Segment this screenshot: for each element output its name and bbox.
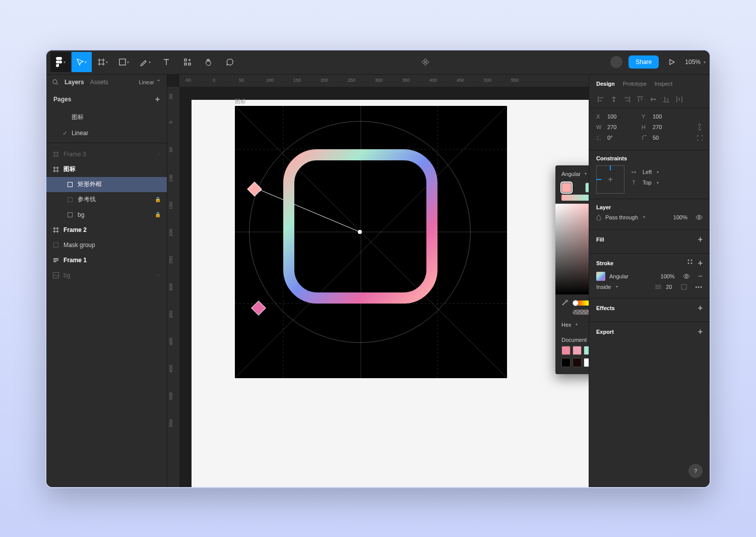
stroke-styles-icon[interactable] xyxy=(687,259,693,268)
canvas[interactable]: -50 0 50 100 150 200 250 300 350 400 450… xyxy=(167,75,589,487)
page-item[interactable]: 图标 xyxy=(46,109,167,126)
svg-rect-1 xyxy=(119,59,125,65)
w-input[interactable]: 270 xyxy=(607,124,638,130)
add-effect-button[interactable]: + xyxy=(698,304,703,313)
add-export-button[interactable]: + xyxy=(698,327,703,336)
align-top-icon[interactable] xyxy=(635,94,646,105)
stroke-width-input[interactable]: 20 xyxy=(666,284,672,290)
layer-item[interactable]: bg 🔒 xyxy=(46,207,167,222)
add-stroke-button[interactable]: + xyxy=(698,259,703,268)
x-input[interactable]: 100 xyxy=(607,113,638,120)
blend-mode-select[interactable]: Pass through xyxy=(605,214,638,220)
frame-tool-button[interactable]: ▾ xyxy=(93,52,113,72)
svg-rect-22 xyxy=(289,155,432,298)
layer-item[interactable]: Frame 1 xyxy=(46,253,167,268)
color-swatch[interactable] xyxy=(584,346,589,355)
svg-rect-4 xyxy=(188,63,191,65)
independent-corners-icon[interactable] xyxy=(697,135,703,141)
gradient-stop[interactable] xyxy=(585,183,589,193)
blend-mode-icon xyxy=(596,214,601,220)
present-button[interactable] xyxy=(665,52,679,72)
color-swatch[interactable] xyxy=(584,358,589,367)
remove-stroke-button[interactable]: − xyxy=(698,272,703,281)
share-button[interactable]: Share xyxy=(628,55,659,69)
add-page-button[interactable]: + xyxy=(155,95,160,104)
align-bottom-icon[interactable] xyxy=(661,94,672,105)
gradient-type-label[interactable]: Angular xyxy=(561,171,581,177)
constraints-widget[interactable]: + xyxy=(596,165,624,194)
page-item[interactable]: ✓Linear xyxy=(46,126,167,141)
hidden-icon[interactable]: ⟋ xyxy=(155,151,161,157)
stroke-side-icon[interactable] xyxy=(681,284,687,290)
resources-button[interactable] xyxy=(177,52,198,72)
align-hcenter-icon[interactable] xyxy=(608,94,619,105)
assets-tab[interactable]: Assets xyxy=(90,79,108,86)
layer-item[interactable]: 图标 xyxy=(46,162,167,177)
search-icon[interactable] xyxy=(52,79,58,85)
lock-icon[interactable]: 🔒 xyxy=(155,197,161,202)
stroke-visibility-icon[interactable] xyxy=(683,274,690,279)
color-swatch[interactable] xyxy=(561,358,571,367)
color-swatch[interactable] xyxy=(561,346,571,355)
user-avatar[interactable] xyxy=(610,56,622,68)
selected-shape[interactable] xyxy=(283,149,437,304)
color-swatch[interactable] xyxy=(573,358,582,367)
inspect-tab[interactable]: Inspect xyxy=(655,81,672,87)
link-wh-icon[interactable] xyxy=(697,124,703,131)
v-constraint-select[interactable]: Top xyxy=(643,180,652,186)
layer-item[interactable]: 参考线 🔒 xyxy=(46,192,167,207)
gradient-preview-bar[interactable] xyxy=(561,195,589,201)
rotation-input[interactable]: 0° xyxy=(607,135,638,141)
add-fill-button[interactable]: + xyxy=(698,235,703,244)
radius-input[interactable]: 50 xyxy=(653,135,683,141)
gradient-handle-end[interactable] xyxy=(251,301,266,316)
help-button[interactable]: ? xyxy=(688,464,703,478)
design-tab[interactable]: Design xyxy=(596,81,615,87)
layer-item[interactable]: Frame 2 xyxy=(46,222,167,237)
y-input[interactable]: 100 xyxy=(653,113,683,120)
h-constraint-select[interactable]: Left xyxy=(643,169,652,175)
gradient-handle-start[interactable] xyxy=(247,182,262,197)
layers-tab[interactable]: Layers xyxy=(65,79,84,86)
stroke-position-select[interactable]: Inside xyxy=(596,284,611,290)
layer-opacity-input[interactable]: 100% xyxy=(673,214,687,220)
distribute-icon[interactable] xyxy=(674,94,685,105)
comment-tool-button[interactable] xyxy=(220,52,240,72)
lock-icon[interactable]: 🔒 xyxy=(155,212,161,217)
zoom-control[interactable]: 105% ▾ xyxy=(685,58,706,66)
align-left-icon[interactable] xyxy=(595,94,606,105)
move-tool-button[interactable]: ▾ xyxy=(72,52,92,72)
frame-content[interactable] xyxy=(235,106,507,378)
layer-item[interactable]: bg ⟋ xyxy=(46,268,167,283)
align-vcenter-icon[interactable] xyxy=(648,94,659,105)
hand-tool-button[interactable] xyxy=(199,52,219,72)
prototype-tab[interactable]: Prototype xyxy=(623,81,647,87)
gradient-stop[interactable] xyxy=(561,183,572,193)
eyedropper-icon[interactable] xyxy=(561,300,569,307)
color-mode-label[interactable]: Hex xyxy=(561,322,572,328)
stroke-advanced-icon[interactable]: ••• xyxy=(695,284,703,290)
alpha-slider[interactable] xyxy=(573,310,589,315)
frame-icon xyxy=(52,151,59,157)
hidden-icon[interactable]: ⟋ xyxy=(155,272,161,278)
layer-item[interactable]: Frame 3 ⟋ xyxy=(46,147,167,162)
shape-tool-button[interactable]: ▾ xyxy=(114,52,134,72)
h-input[interactable]: 270 xyxy=(653,124,683,130)
document-colors-label[interactable]: Document colors xyxy=(561,337,589,343)
pen-tool-button[interactable]: ▾ xyxy=(135,52,155,72)
stroke-swatch[interactable] xyxy=(596,272,605,281)
text-tool-button[interactable] xyxy=(156,52,176,72)
visibility-icon[interactable] xyxy=(696,215,703,220)
saturation-field[interactable] xyxy=(555,204,589,294)
stroke-opacity-input[interactable]: 100% xyxy=(661,273,675,279)
layer-item-selected[interactable]: 矩形外框 xyxy=(46,177,167,192)
align-right-icon[interactable] xyxy=(621,94,633,105)
frame-label[interactable]: 图标 xyxy=(235,98,246,105)
color-swatch[interactable] xyxy=(573,346,582,355)
page-filter[interactable]: Linear ⌃ xyxy=(139,79,161,85)
hue-handle[interactable] xyxy=(573,300,579,306)
fill-heading: Fill xyxy=(596,236,604,243)
layer-item[interactable]: Mask group xyxy=(46,237,167,253)
figma-logo-button[interactable]: ▾ xyxy=(50,52,71,72)
hue-slider[interactable] xyxy=(573,301,589,306)
